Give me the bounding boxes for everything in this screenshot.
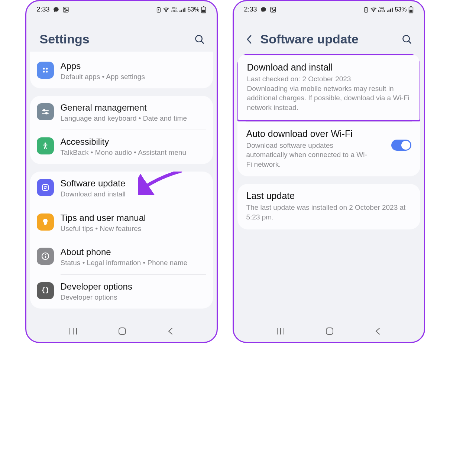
- settings-row-tips[interactable]: Tips and user manual Useful tips • New f…: [30, 206, 213, 240]
- status-time: 2:33: [244, 6, 257, 13]
- row-label: Software update: [61, 178, 205, 189]
- row-label: Developer options: [61, 281, 205, 292]
- svg-point-21: [45, 112, 47, 114]
- svg-rect-35: [365, 7, 367, 7]
- settings-row-accessibility[interactable]: Accessibility TalkBack • Mono audio • As…: [30, 130, 213, 164]
- image-icon: [62, 6, 69, 13]
- row-sub: Language and keyboard • Date and time: [61, 114, 205, 123]
- update-card: Last update The last update was installe…: [237, 184, 420, 229]
- settings-header: Settings: [26, 15, 217, 52]
- volte-icon: Vo)LTE1: [171, 7, 178, 13]
- status-bar: 2:33 Vo)LTE1 53%: [234, 1, 424, 15]
- settings-card: Software update Download and install Tip…: [30, 172, 213, 309]
- settings-row-software-update[interactable]: Software update Download and install: [30, 172, 213, 206]
- svg-rect-38: [389, 10, 390, 12]
- update-icon: [37, 179, 54, 196]
- page-title: Settings: [40, 32, 192, 46]
- battery-percent: 53%: [187, 6, 199, 13]
- wifi-icon: [163, 7, 169, 12]
- row-sub: Default apps • App settings: [61, 72, 205, 82]
- phone-screen-settings: 2:33 Vo)LTE1 53% Settings: [25, 0, 218, 343]
- chat-icon: [260, 6, 267, 13]
- svg-point-26: [45, 254, 46, 255]
- svg-rect-42: [410, 6, 412, 7]
- svg-rect-23: [42, 185, 48, 190]
- wifi-icon: [370, 7, 377, 12]
- battery-icon: [408, 6, 414, 13]
- phone-screen-software-update: 2:33 Vo)LTE1 53% Software update: [233, 0, 425, 343]
- update-card: Download and install Last checked on: 2 …: [237, 54, 420, 176]
- bulb-icon: [37, 213, 54, 231]
- svg-line-45: [409, 41, 411, 43]
- svg-rect-8: [185, 7, 186, 12]
- svg-rect-7: [183, 9, 184, 12]
- row-label: About phone: [61, 247, 205, 257]
- signal-icon: [386, 7, 393, 12]
- svg-point-33: [272, 8, 273, 9]
- nav-home-button[interactable]: [325, 326, 334, 336]
- back-button[interactable]: [242, 34, 257, 45]
- chat-icon: [53, 6, 59, 13]
- svg-rect-43: [409, 10, 412, 13]
- status-bar: 2:33 Vo)LTE1 53%: [26, 1, 217, 15]
- nav-home-button[interactable]: [117, 326, 127, 336]
- svg-rect-5: [180, 10, 181, 12]
- nav-recents-button[interactable]: [68, 326, 78, 336]
- row-label: Auto download over Wi-Fi: [246, 128, 386, 139]
- svg-rect-6: [181, 10, 182, 12]
- svg-point-16: [43, 71, 45, 73]
- svg-point-12: [195, 35, 202, 42]
- status-time: 2:33: [37, 6, 50, 13]
- image-icon: [270, 6, 276, 13]
- search-button[interactable]: [399, 34, 414, 45]
- svg-rect-10: [203, 6, 204, 7]
- battery-saver-icon: [156, 7, 161, 13]
- svg-point-1: [64, 8, 65, 9]
- row-label: Tips and user manual: [61, 213, 205, 223]
- svg-rect-3: [158, 7, 159, 7]
- settings-row-developer-options[interactable]: Developer options Developer options: [30, 275, 213, 309]
- svg-point-4: [165, 11, 166, 12]
- braces-icon: [37, 282, 54, 299]
- svg-rect-37: [387, 10, 388, 12]
- page-title: Software update: [260, 32, 399, 46]
- battery-percent: 53%: [395, 6, 407, 13]
- nav-bar: [26, 326, 217, 336]
- search-button[interactable]: [192, 34, 207, 45]
- row-auto-download-wifi[interactable]: Auto download over Wi-Fi Download softwa…: [237, 122, 420, 177]
- row-sub: The last update was installed on 2 Octob…: [246, 203, 410, 222]
- row-sub: Download and install: [61, 189, 205, 199]
- nav-recents-button[interactable]: [276, 326, 285, 336]
- battery-saver-icon: [363, 7, 369, 13]
- sliders-icon: [37, 103, 54, 120]
- svg-rect-31: [119, 328, 126, 335]
- svg-rect-39: [390, 9, 391, 12]
- row-label: Download and install: [247, 62, 411, 73]
- row-sub: Useful tips • New features: [61, 224, 205, 234]
- row-label: Accessibility: [61, 137, 205, 147]
- svg-rect-24: [44, 224, 46, 225]
- row-label: Apps: [61, 61, 205, 71]
- svg-line-13: [201, 41, 204, 43]
- apps-icon: [37, 62, 54, 79]
- svg-rect-49: [326, 328, 333, 335]
- svg-point-22: [44, 143, 46, 144]
- row-last-update[interactable]: Last update The last update was installe…: [237, 184, 420, 229]
- auto-download-toggle[interactable]: [391, 140, 411, 151]
- nav-back-button[interactable]: [167, 326, 174, 336]
- row-label: General management: [61, 102, 205, 113]
- settings-row-about-phone[interactable]: About phone Status • Legal information •…: [30, 240, 213, 274]
- settings-row-apps[interactable]: Apps Default apps • App settings: [30, 54, 213, 88]
- svg-point-19: [43, 109, 45, 111]
- svg-point-15: [46, 68, 48, 70]
- volte-icon: Vo)LTE1: [378, 7, 385, 13]
- info-icon: [37, 248, 54, 265]
- svg-point-36: [373, 11, 373, 12]
- svg-point-44: [403, 35, 409, 42]
- svg-point-17: [46, 71, 48, 73]
- nav-back-button[interactable]: [374, 326, 382, 336]
- settings-row-general-management[interactable]: General management Language and keyboard…: [30, 96, 213, 130]
- row-download-and-install[interactable]: Download and install Last checked on: 2 …: [237, 54, 420, 121]
- accessibility-icon: [37, 137, 54, 154]
- row-sub: Download software updates automatically …: [246, 141, 369, 169]
